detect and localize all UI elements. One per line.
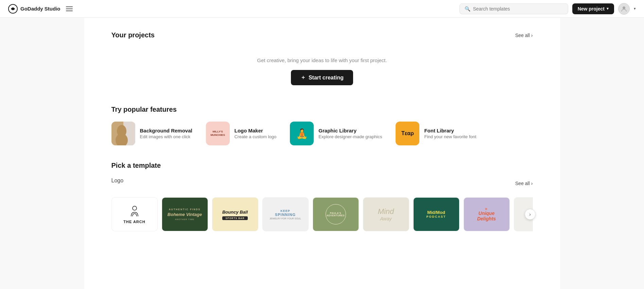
svg-point-1 [623, 6, 625, 9]
bg-removal-desc: Edit images with one click [140, 134, 192, 139]
account-chevron-icon[interactable]: ▾ [634, 6, 636, 11]
templates-wrapper: THE ARCH AUTHENTIC FINDS Boheme Vintage … [111, 197, 533, 231]
start-creating-button[interactable]: ＋ Start creating [291, 70, 353, 85]
empty-projects-state: Get creative, bring your ideas to life w… [111, 47, 533, 102]
template-paulas-adventures[interactable]: PAULA'S ADVENTURES [313, 197, 359, 231]
feature-graphic-library[interactable]: 🧘 Graphic Library Explore designer-made … [290, 122, 382, 145]
bg-removal-name: Background Removal [140, 128, 192, 133]
graphic-figure-icon: 🧘 [296, 128, 308, 139]
scroll-right-arrow[interactable]: › [525, 209, 536, 220]
feature-font-library[interactable]: Tεαρ Font Library Find your new favorite… [396, 122, 476, 145]
templates-section-header: Pick a template [111, 162, 533, 169]
template-boheme-vintage[interactable]: AUTHENTIC FINDS Boheme Vintage ANOTHER T… [162, 197, 208, 231]
logo-see-all[interactable]: See all › [515, 181, 533, 186]
search-icon: 🔍 [465, 6, 470, 12]
features-grid: Background Removal Edit images with one … [111, 122, 533, 145]
hamburger-menu-icon[interactable] [66, 5, 73, 12]
start-creating-label: Start creating [309, 75, 344, 81]
search-input[interactable] [473, 6, 563, 12]
template-bouncy-ball[interactable]: Bouncy Ball SPORTS BAR [212, 197, 258, 231]
bg-removal-thumb [111, 122, 135, 145]
logo-category-label: Logo [111, 178, 124, 184]
logo[interactable]: GoDaddy Studio [8, 4, 60, 14]
t3-label: Bouncy Ball [222, 210, 248, 215]
popular-features-section: Try popular features Background Removal … [111, 106, 533, 145]
features-title: Try popular features [111, 106, 533, 113]
projects-section-header: Your projects See all › [111, 31, 533, 39]
graphic-library-desc: Explore designer-made graphics [318, 134, 382, 139]
chevron-down-icon: ▾ [607, 6, 609, 11]
header-right: 🔍 New project ▾ ▾ [459, 3, 636, 15]
logo-see-all-label: See all [515, 181, 530, 186]
template-mind-away[interactable]: Mind Away [363, 197, 409, 231]
header: GoDaddy Studio 🔍 New project ▾ ▾ [0, 0, 644, 18]
logo-maker-desc: Create a custom logo [234, 134, 277, 139]
template-mid-mod-podcast[interactable]: Mid/Mod Podcast [413, 197, 459, 231]
logo-maker-name: Logo Maker [234, 128, 277, 133]
template-the-arch[interactable]: THE ARCH [111, 197, 158, 231]
font-visual-icon: Tεαρ [401, 130, 414, 137]
projects-title: Your projects [111, 31, 155, 39]
logo-text: GoDaddy Studio [20, 6, 60, 12]
chevron-right-icon: › [531, 33, 533, 38]
graphic-lib-thumb: 🧘 [290, 122, 314, 145]
avatar[interactable] [618, 3, 630, 15]
font-library-info: Font Library Find your new favorite font [424, 128, 476, 139]
see-all-label: See all [515, 33, 530, 38]
new-project-label: New project [578, 6, 605, 12]
feature-logo-maker[interactable]: MILLY'SMUNCHIES Logo Maker Create a cust… [206, 122, 277, 145]
header-left: GoDaddy Studio [8, 4, 73, 14]
svg-point-6 [133, 206, 137, 210]
feature-background-removal[interactable]: Background Removal Edit images with one … [111, 122, 192, 145]
font-library-name: Font Library [424, 128, 476, 133]
logo-maker-info: Logo Maker Create a custom logo [234, 128, 277, 139]
font-lib-thumb: Tεαρ [396, 122, 419, 145]
your-projects-section: Your projects See all › Get creative, br… [111, 31, 533, 102]
font-library-desc: Find your new favorite font [424, 134, 476, 139]
t1-label: THE ARCH [123, 220, 145, 224]
template-unique-delights[interactable]: ⊙ Unique Delights [464, 197, 510, 231]
templates-scroll: THE ARCH AUTHENTIC FINDS Boheme Vintage … [111, 197, 533, 231]
pick-a-template-section: Pick a template Logo See all › [111, 162, 533, 231]
logo-maker-thumb: MILLY'SMUNCHIES [206, 122, 230, 145]
plus-icon: ＋ [300, 74, 306, 81]
bg-removal-info: Background Removal Edit images with one … [140, 128, 192, 139]
main-content: Your projects See all › Get creative, br… [84, 18, 560, 289]
graphic-library-info: Graphic Library Explore designer-made gr… [318, 128, 382, 139]
search-bar[interactable]: 🔍 [459, 3, 568, 14]
logo-category: Logo See all › [111, 178, 533, 231]
logo-maker-visual: MILLY'SMUNCHIES [210, 130, 225, 137]
empty-projects-text: Get creative, bring your ideas to life w… [257, 57, 387, 63]
logo-chevron-right-icon: › [531, 181, 533, 186]
template-keep-spinning[interactable]: keep spinning JEWELRY FOR YOUR SOUL [262, 197, 309, 231]
templates-title: Pick a template [111, 162, 161, 169]
arch-icon [128, 205, 141, 218]
logo-category-header: Logo See all › [111, 178, 533, 189]
projects-see-all[interactable]: See all › [515, 33, 533, 38]
graphic-library-name: Graphic Library [318, 128, 382, 133]
new-project-button[interactable]: New project ▾ [572, 3, 614, 14]
